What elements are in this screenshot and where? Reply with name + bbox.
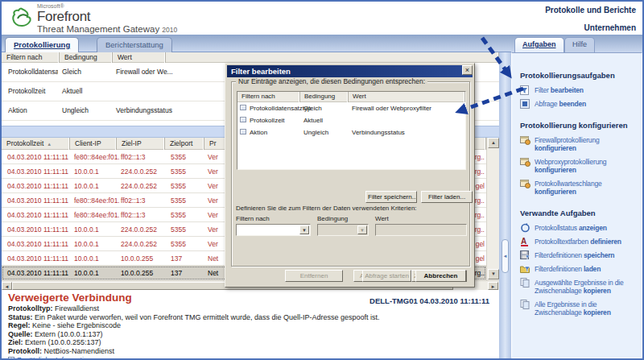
dialog-filter-list[interactable]: Filtern nachBedingungWert Protokolldaten… <box>237 91 466 170</box>
task-item-konfigurieren[interactable]: Protokollwarteschlange konfigurieren <box>520 180 637 196</box>
log-cell: 10.0.0.1 <box>74 269 119 277</box>
filter-summary-cell: Aktuell <box>62 87 83 95</box>
log-cell: 04.03.2010 11:11:11 <box>7 182 68 190</box>
save-filter-icon <box>520 250 530 262</box>
task-item-speichern[interactable]: Filterdefinitionen speichern <box>520 251 637 259</box>
expand-plus-icon[interactable]: + <box>8 357 14 360</box>
filter-save-button[interactable]: Filter speichern... <box>365 191 417 203</box>
log-cell: fe80::84ee:f01... <box>74 197 119 205</box>
task-item-label: Firewallprotokollierung konfigurieren <box>535 136 599 152</box>
pane-divider: ◄ <box>499 52 511 358</box>
task-item-definieren[interactable]: AProtokolltextfarben definieren <box>520 238 637 246</box>
log-cell: 10.0.0.1 <box>74 226 119 234</box>
task-item-kopieren[interactable]: Ausgewählte Ergebnisse in die Zwischenab… <box>520 279 637 295</box>
tab-berichterstattung[interactable]: Berichterstattung <box>97 37 172 52</box>
filter-summary-col-header[interactable]: Wert <box>113 52 166 63</box>
task-item-label: Ausgewählte Ergebnisse in die Zwischenab… <box>535 279 623 295</box>
filter-summary-col-header[interactable] <box>166 52 499 63</box>
dialog-list-row[interactable]: ProtokolldatensatztypGleichFirewall oder… <box>237 102 465 114</box>
tab-protokollierung[interactable]: Protokollierung <box>5 37 79 52</box>
log-cell: 04.03.2010 11:11:11 <box>7 269 68 277</box>
log-cell: 04.03.2010 11:11:11 <box>7 226 68 234</box>
dialog-list-col-header[interactable]: Wert <box>349 92 465 102</box>
log-cell: Ver <box>208 197 218 205</box>
filter-by-combobox[interactable]: ▼ <box>236 224 311 236</box>
dialog-list-rows: ProtokolldatensatztypGleichFirewall oder… <box>237 102 465 139</box>
filter-summary-col-header[interactable]: Filtern nach <box>2 52 60 63</box>
task-item-bearbeiten[interactable]: Filter bearbeiten <box>520 86 637 94</box>
log-cell: 04.03.2010 11:11:11 <box>7 153 68 161</box>
server-status-line: DELL-TMG01 04.03.2010 11:11:11 <box>369 296 489 305</box>
task-item-anzeigen[interactable]: Protokollstatus anzeigen <box>520 224 637 232</box>
log-cell: 5355 <box>171 197 186 205</box>
link-protokolle-und-berichte[interactable]: Protokolle und Berichte <box>545 6 636 14</box>
filter-edit-dialog: Filter bearbeiten × Nur Einträge anzeige… <box>225 63 475 288</box>
details-field: Protokolltyp: Firewalldienst <box>8 304 499 313</box>
value-input[interactable] <box>375 224 467 236</box>
condition-label: Bedingung <box>317 215 348 222</box>
tab-aufgaben[interactable]: Aufgaben <box>514 37 564 52</box>
task-item-label: Filterdefinitionen speichern <box>535 251 614 259</box>
stop-query-icon <box>520 99 530 110</box>
filter-summary-col-header[interactable]: Bedingung <box>60 52 113 63</box>
filter-summary-cell: Ungleich <box>62 106 89 114</box>
log-col-header[interactable]: Zielport <box>165 138 204 150</box>
task-item-kopieren[interactable]: Alle Ergebnisse in die Zwischenablage ko… <box>520 300 637 317</box>
brand-year: 2010 <box>162 26 177 34</box>
condition-combobox[interactable]: ▼ <box>317 224 369 236</box>
task-item-konfigurieren[interactable]: Firewallprotokollierung konfigurieren <box>520 136 637 152</box>
pane-collapse-handle[interactable]: ◄ <box>502 239 509 273</box>
log-cell: 04.03.2010 11:11:11 <box>7 211 68 219</box>
additional-info-link[interactable]: + Zusätzliche Informationen <box>8 356 499 360</box>
log-status-icon <box>520 223 530 234</box>
log-col-header[interactable]: Client-IP <box>70 138 117 150</box>
link-unternehmen[interactable]: Unternehmen <box>545 23 636 32</box>
chevron-down-icon[interactable]: ▼ <box>357 226 367 234</box>
scroll-down-icon[interactable]: ▼ <box>488 269 499 279</box>
brand-subtitle: Threat Management Gateway 2010 <box>37 24 177 35</box>
log-cell: ff02::1:3 <box>121 197 146 205</box>
task-pane-tabstrip: Aufgaben Hilfe <box>511 35 642 52</box>
task-item-laden[interactable]: Filterdefinitionen laden <box>520 265 637 273</box>
log-cell: 5355 <box>171 153 186 161</box>
dialog-list-col-header[interactable]: Bedingung <box>300 92 349 102</box>
log-cell: Ver <box>208 226 218 234</box>
log-cell: 137 <box>171 269 182 277</box>
dialog-list-col-header[interactable]: Filtern nach <box>237 92 300 102</box>
filter-summary-cell: Gleich <box>62 68 81 76</box>
dialog-list-row[interactable]: AktionUngleichVerbindungsstatus <box>237 126 465 139</box>
task-item-label: Protokolltextfarben definieren <box>535 238 621 246</box>
scroll-right-icon[interactable]: ► <box>488 282 498 290</box>
filter-summary-cell: Verbindungsstatus <box>116 106 172 114</box>
connection-details-panel: DELL-TMG01 04.03.2010 11:11:11 Verweiger… <box>2 290 499 358</box>
dialog-list-row[interactable]: ProtokollzeitAktuell <box>237 114 465 126</box>
dialog-list-cell: Firewall oder Webproxyfilter <box>352 105 431 112</box>
dialog-close-icon[interactable]: × <box>462 65 473 75</box>
log-col-header[interactable]: Ziel-IP <box>117 138 165 150</box>
chevron-down-icon[interactable]: ▼ <box>299 226 309 234</box>
details-field: Status: Ein Paket wurde verworfen, weil … <box>8 313 499 322</box>
cancel-button[interactable]: Abbrechen <box>415 270 466 282</box>
scroll-left-icon[interactable]: ◄ <box>2 282 12 290</box>
scroll-up-icon[interactable]: ▲ <box>488 138 499 148</box>
tab-hilfe[interactable]: Hilfe <box>564 37 595 52</box>
task-item-label: Protokollstatus anzeigen <box>535 224 607 232</box>
log-cell: Net <box>208 269 218 277</box>
log-col-header[interactable]: Protokollzeit▲ <box>2 138 70 150</box>
header-band: Microsoft® Forefront Threat Management G… <box>2 2 642 35</box>
details-fields: Protokolltyp: FirewalldienstStatus: Ein … <box>8 304 499 355</box>
filter-summary-cell: Firewall oder We... <box>116 68 173 76</box>
task-section-title: Verwandte Aufgaben <box>520 209 637 217</box>
log-cell: 224.0.0.252 <box>121 226 157 234</box>
task-item-konfigurieren[interactable]: Webproxyprotokollierung konfigurieren <box>520 158 637 174</box>
load-filter-icon <box>520 264 530 275</box>
filter-load-button[interactable]: Filter laden... <box>421 191 473 203</box>
vertical-scrollbar[interactable]: ▲ ▼ <box>486 138 499 280</box>
task-section-title: Protokollierungsaufgaben <box>520 71 637 80</box>
dialog-titlebar[interactable]: Filter bearbeiten <box>227 65 473 77</box>
remove-button[interactable]: Entfernen <box>285 270 343 282</box>
start-query-button[interactable]: Abfrage starten <box>362 270 411 282</box>
task-item-beenden[interactable]: Abfrage beenden <box>520 100 637 108</box>
log-cell: fe80::84ee:f01... <box>74 211 119 219</box>
configure-icon <box>520 157 530 168</box>
